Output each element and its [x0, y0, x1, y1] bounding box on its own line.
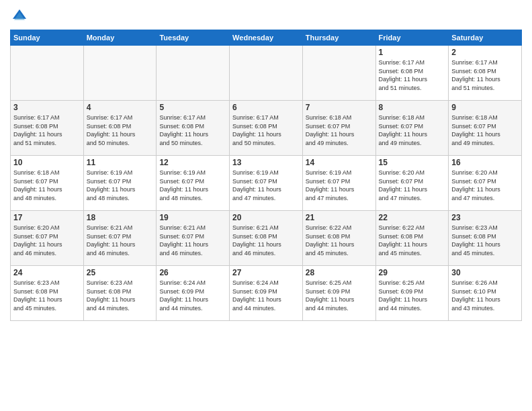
day-number: 18: [87, 213, 154, 222]
calendar-week-2: 3Sunrise: 6:17 AM Sunset: 6:08 PM Daylig…: [11, 101, 522, 156]
calendar-cell: 30Sunrise: 6:26 AM Sunset: 6:10 PM Dayli…: [449, 266, 522, 321]
calendar-header-row: SundayMondayTuesdayWednesdayThursdayFrid…: [11, 30, 522, 46]
logo-icon: [10, 7, 29, 26]
calendar-cell: 1Sunrise: 6:17 AM Sunset: 6:08 PM Daylig…: [375, 46, 449, 101]
col-header-tuesday: Tuesday: [157, 30, 230, 46]
day-number: 22: [379, 213, 446, 222]
day-number: 26: [159, 268, 226, 277]
calendar-cell: 28Sunrise: 6:25 AM Sunset: 6:09 PM Dayli…: [302, 266, 375, 321]
calendar-cell: 11Sunrise: 6:19 AM Sunset: 6:07 PM Dayli…: [83, 156, 157, 211]
calendar-week-1: 1Sunrise: 6:17 AM Sunset: 6:08 PM Daylig…: [11, 46, 522, 101]
day-info: Sunrise: 6:20 AM Sunset: 6:07 PM Dayligh…: [13, 224, 81, 257]
day-number: 16: [451, 158, 519, 167]
day-number: 25: [87, 268, 154, 277]
day-info: Sunrise: 6:24 AM Sunset: 6:09 PM Dayligh…: [159, 279, 226, 312]
day-info: Sunrise: 6:18 AM Sunset: 6:07 PM Dayligh…: [306, 113, 373, 147]
calendar-container: SundayMondayTuesdayWednesdayThursdayFrid…: [0, 0, 532, 411]
day-number: 13: [232, 158, 300, 167]
calendar-week-5: 24Sunrise: 6:23 AM Sunset: 6:08 PM Dayli…: [11, 266, 522, 321]
day-number: 10: [13, 158, 81, 167]
day-info: Sunrise: 6:21 AM Sunset: 6:07 PM Dayligh…: [159, 224, 226, 257]
calendar-cell: 3Sunrise: 6:17 AM Sunset: 6:08 PM Daylig…: [11, 101, 84, 156]
day-info: Sunrise: 6:17 AM Sunset: 6:08 PM Dayligh…: [232, 113, 300, 147]
calendar-cell: [83, 46, 157, 101]
day-info: Sunrise: 6:17 AM Sunset: 6:08 PM Dayligh…: [159, 113, 226, 147]
day-number: 11: [87, 158, 154, 167]
day-number: 27: [232, 268, 300, 277]
day-info: Sunrise: 6:22 AM Sunset: 6:08 PM Dayligh…: [379, 224, 446, 257]
day-number: 8: [379, 103, 446, 112]
day-number: 14: [306, 158, 373, 167]
day-number: 4: [87, 103, 154, 112]
calendar-cell: 18Sunrise: 6:21 AM Sunset: 6:07 PM Dayli…: [83, 211, 157, 266]
calendar-cell: 16Sunrise: 6:20 AM Sunset: 6:07 PM Dayli…: [449, 156, 522, 211]
day-info: Sunrise: 6:23 AM Sunset: 6:08 PM Dayligh…: [13, 279, 81, 312]
day-number: 29: [379, 268, 446, 277]
calendar-cell: [302, 46, 375, 101]
calendar-table: SundayMondayTuesdayWednesdayThursdayFrid…: [10, 30, 522, 321]
day-number: 3: [13, 103, 81, 112]
day-info: Sunrise: 6:19 AM Sunset: 6:07 PM Dayligh…: [232, 169, 300, 202]
calendar-cell: [230, 46, 303, 101]
day-info: Sunrise: 6:20 AM Sunset: 6:07 PM Dayligh…: [451, 169, 519, 202]
day-number: 23: [451, 213, 519, 222]
calendar-cell: 8Sunrise: 6:18 AM Sunset: 6:07 PM Daylig…: [375, 101, 449, 156]
day-number: 15: [379, 158, 446, 167]
calendar-week-3: 10Sunrise: 6:18 AM Sunset: 6:07 PM Dayli…: [11, 156, 522, 211]
day-number: 21: [306, 213, 373, 222]
day-info: Sunrise: 6:23 AM Sunset: 6:08 PM Dayligh…: [87, 279, 154, 312]
calendar-cell: 22Sunrise: 6:22 AM Sunset: 6:08 PM Dayli…: [375, 211, 449, 266]
day-number: 6: [232, 103, 300, 112]
day-info: Sunrise: 6:18 AM Sunset: 6:07 PM Dayligh…: [13, 169, 81, 202]
day-number: 20: [232, 213, 300, 222]
day-info: Sunrise: 6:26 AM Sunset: 6:10 PM Dayligh…: [451, 279, 519, 312]
day-number: 2: [451, 48, 519, 57]
calendar-cell: 4Sunrise: 6:17 AM Sunset: 6:08 PM Daylig…: [83, 101, 157, 156]
calendar-cell: 7Sunrise: 6:18 AM Sunset: 6:07 PM Daylig…: [302, 101, 375, 156]
calendar-cell: 5Sunrise: 6:17 AM Sunset: 6:08 PM Daylig…: [157, 101, 230, 156]
calendar-cell: 9Sunrise: 6:18 AM Sunset: 6:07 PM Daylig…: [449, 101, 522, 156]
day-info: Sunrise: 6:21 AM Sunset: 6:08 PM Dayligh…: [232, 224, 300, 257]
day-number: 17: [13, 213, 81, 222]
day-info: Sunrise: 6:18 AM Sunset: 6:07 PM Dayligh…: [451, 113, 519, 147]
calendar-cell: 26Sunrise: 6:24 AM Sunset: 6:09 PM Dayli…: [157, 266, 230, 321]
col-header-wednesday: Wednesday: [230, 30, 303, 46]
calendar-cell: 20Sunrise: 6:21 AM Sunset: 6:08 PM Dayli…: [230, 211, 303, 266]
col-header-friday: Friday: [375, 30, 449, 46]
day-number: 28: [306, 268, 373, 277]
calendar-cell: 14Sunrise: 6:19 AM Sunset: 6:07 PM Dayli…: [302, 156, 375, 211]
calendar-cell: 12Sunrise: 6:19 AM Sunset: 6:07 PM Dayli…: [157, 156, 230, 211]
calendar-cell: 13Sunrise: 6:19 AM Sunset: 6:07 PM Dayli…: [230, 156, 303, 211]
col-header-thursday: Thursday: [302, 30, 375, 46]
day-info: Sunrise: 6:17 AM Sunset: 6:08 PM Dayligh…: [87, 113, 154, 147]
day-number: 30: [451, 268, 519, 277]
day-info: Sunrise: 6:17 AM Sunset: 6:08 PM Dayligh…: [379, 58, 446, 92]
col-header-saturday: Saturday: [449, 30, 522, 46]
day-info: Sunrise: 6:25 AM Sunset: 6:09 PM Dayligh…: [379, 279, 446, 312]
calendar-cell: 10Sunrise: 6:18 AM Sunset: 6:07 PM Dayli…: [11, 156, 84, 211]
calendar-cell: 15Sunrise: 6:20 AM Sunset: 6:07 PM Dayli…: [375, 156, 449, 211]
day-number: 12: [159, 158, 226, 167]
calendar-cell: 21Sunrise: 6:22 AM Sunset: 6:08 PM Dayli…: [302, 211, 375, 266]
day-info: Sunrise: 6:19 AM Sunset: 6:07 PM Dayligh…: [159, 169, 226, 202]
calendar-cell: 2Sunrise: 6:17 AM Sunset: 6:08 PM Daylig…: [449, 46, 522, 101]
day-info: Sunrise: 6:24 AM Sunset: 6:09 PM Dayligh…: [232, 279, 300, 312]
calendar-cell: 6Sunrise: 6:17 AM Sunset: 6:08 PM Daylig…: [230, 101, 303, 156]
day-number: 24: [13, 268, 81, 277]
day-info: Sunrise: 6:25 AM Sunset: 6:09 PM Dayligh…: [306, 279, 373, 312]
day-info: Sunrise: 6:19 AM Sunset: 6:07 PM Dayligh…: [87, 169, 154, 202]
calendar-cell: 27Sunrise: 6:24 AM Sunset: 6:09 PM Dayli…: [230, 266, 303, 321]
day-info: Sunrise: 6:18 AM Sunset: 6:07 PM Dayligh…: [379, 113, 446, 147]
calendar-cell: 17Sunrise: 6:20 AM Sunset: 6:07 PM Dayli…: [11, 211, 84, 266]
calendar-cell: 25Sunrise: 6:23 AM Sunset: 6:08 PM Dayli…: [83, 266, 157, 321]
calendar-cell: [11, 46, 84, 101]
day-info: Sunrise: 6:17 AM Sunset: 6:08 PM Dayligh…: [13, 113, 81, 147]
calendar-cell: 19Sunrise: 6:21 AM Sunset: 6:07 PM Dayli…: [157, 211, 230, 266]
logo: [10, 7, 32, 26]
day-number: 5: [159, 103, 226, 112]
day-number: 19: [159, 213, 226, 222]
calendar-cell: [157, 46, 230, 101]
day-info: Sunrise: 6:20 AM Sunset: 6:07 PM Dayligh…: [379, 169, 446, 202]
day-number: 9: [451, 103, 519, 112]
day-info: Sunrise: 6:23 AM Sunset: 6:08 PM Dayligh…: [451, 224, 519, 257]
